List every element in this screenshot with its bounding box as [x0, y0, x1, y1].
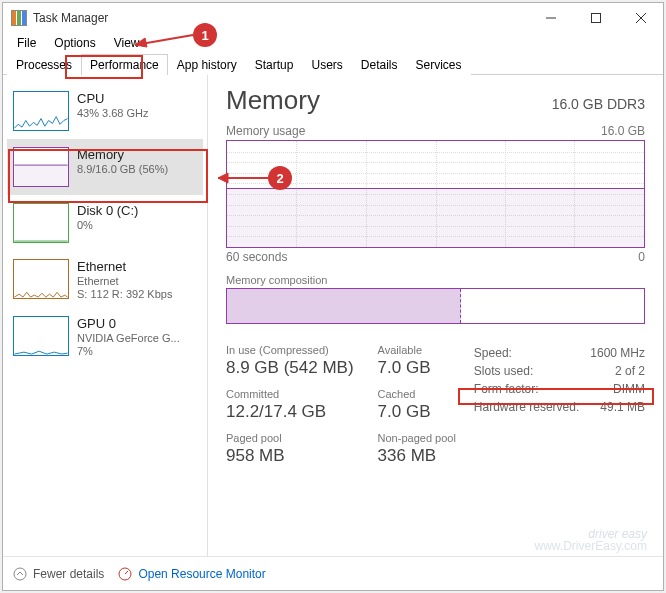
menu-view[interactable]: View — [106, 34, 148, 52]
tab-app-history[interactable]: App history — [168, 54, 246, 75]
usage-label: Memory usage — [226, 124, 305, 138]
usage-chart-section: Memory usage 16.0 GB 60 seconds 0 — [226, 124, 645, 264]
detail-spec: 16.0 GB DDR3 — [552, 96, 645, 112]
app-icon — [11, 10, 27, 26]
tab-processes[interactable]: Processes — [7, 54, 81, 75]
detail-title: Memory — [226, 85, 320, 116]
sidebar-item-memory[interactable]: Memory 8.9/16.0 GB (56%) — [7, 139, 203, 195]
sidebar-item-label: Memory — [77, 147, 168, 162]
maximize-icon — [591, 13, 601, 23]
ethernet-thumb — [13, 259, 69, 299]
tab-users[interactable]: Users — [302, 54, 351, 75]
composition-bar — [226, 288, 645, 324]
tab-services[interactable]: Services — [407, 54, 471, 75]
sidebar-item-sub: 43% 3.68 GHz — [77, 107, 149, 119]
minimize-icon — [546, 13, 556, 23]
stat-committed: Committed12.2/17.4 GB — [226, 388, 354, 422]
window-controls — [528, 3, 663, 33]
svg-rect-4 — [14, 165, 67, 186]
resource-monitor-icon — [118, 567, 132, 581]
sidebar-item-disk[interactable]: Disk 0 (C:) 0% — [7, 195, 203, 251]
sidebar-item-cpu[interactable]: CPU 43% 3.68 GHz — [7, 83, 203, 139]
memory-thumb — [13, 147, 69, 187]
menu-options[interactable]: Options — [46, 34, 103, 52]
stat-hwres: Hardware reserved:49.1 MB — [474, 398, 645, 416]
sidebar: CPU 43% 3.68 GHz Memory 8.9/16.0 GB (56%… — [3, 75, 208, 556]
composition-label: Memory composition — [226, 274, 645, 286]
time-end: 0 — [638, 250, 645, 264]
tab-details[interactable]: Details — [352, 54, 407, 75]
open-resource-monitor-label: Open Resource Monitor — [138, 567, 265, 581]
sidebar-item-sub: Ethernet — [77, 275, 172, 287]
svg-point-5 — [14, 568, 26, 580]
stats-grid: In use (Compressed)8.9 GB (542 MB) Avail… — [226, 344, 456, 466]
annotation-badge-1: 1 — [193, 23, 217, 47]
stat-cached: Cached7.0 GB — [378, 388, 456, 422]
composition-used — [227, 289, 461, 323]
window-title: Task Manager — [33, 11, 108, 25]
minimize-button[interactable] — [528, 3, 573, 33]
stat-in-use: In use (Compressed)8.9 GB (542 MB) — [226, 344, 354, 378]
sidebar-item-label: Disk 0 (C:) — [77, 203, 138, 218]
close-button[interactable] — [618, 3, 663, 33]
fewer-details-label: Fewer details — [33, 567, 104, 581]
sidebar-item-sub: NVIDIA GeForce G... — [77, 332, 180, 344]
memory-usage-chart — [226, 140, 645, 248]
stat-speed: Speed:1600 MHz — [474, 344, 645, 362]
detail-panel: Memory 16.0 GB DDR3 Memory usage 16.0 GB… — [208, 75, 663, 556]
maximize-button[interactable] — [573, 3, 618, 33]
sidebar-item-label: GPU 0 — [77, 316, 180, 331]
cpu-thumb — [13, 91, 69, 131]
stats: In use (Compressed)8.9 GB (542 MB) Avail… — [226, 344, 645, 466]
content: CPU 43% 3.68 GHz Memory 8.9/16.0 GB (56%… — [3, 75, 663, 556]
sidebar-item-sub: 0% — [77, 219, 138, 231]
tabs: Processes Performance App history Startu… — [3, 53, 663, 75]
menu-file[interactable]: File — [9, 34, 44, 52]
stat-form: Form factor:DIMM — [474, 380, 645, 398]
chevron-up-circle-icon — [13, 567, 27, 581]
stat-available: Available7.0 GB — [378, 344, 456, 378]
usage-max: 16.0 GB — [601, 124, 645, 138]
disk-thumb — [13, 203, 69, 243]
stat-paged: Paged pool958 MB — [226, 432, 354, 466]
sidebar-item-sub: 8.9/16.0 GB (56%) — [77, 163, 168, 175]
sidebar-item-label: CPU — [77, 91, 149, 106]
svg-line-7 — [125, 571, 128, 574]
stat-nonpaged: Non-paged pool336 MB — [378, 432, 456, 466]
task-manager-window: Task Manager File Options View Processes… — [2, 2, 664, 591]
titlebar: Task Manager — [3, 3, 663, 33]
time-label: 60 seconds — [226, 250, 287, 264]
svg-rect-1 — [591, 14, 600, 23]
close-icon — [636, 13, 646, 23]
sidebar-item-sub2: S: 112 R: 392 Kbps — [77, 288, 172, 300]
gpu-thumb — [13, 316, 69, 356]
sidebar-item-ethernet[interactable]: Ethernet Ethernet S: 112 R: 392 Kbps — [7, 251, 203, 308]
annotation-badge-2: 2 — [268, 166, 292, 190]
sidebar-item-gpu[interactable]: GPU 0 NVIDIA GeForce G... 7% — [7, 308, 203, 365]
sidebar-item-label: Ethernet — [77, 259, 172, 274]
menubar: File Options View — [3, 33, 663, 53]
composition-section: Memory composition — [226, 274, 645, 324]
sidebar-item-sub2: 7% — [77, 345, 180, 357]
fewer-details-button[interactable]: Fewer details — [13, 567, 104, 581]
tab-startup[interactable]: Startup — [246, 54, 303, 75]
open-resource-monitor-link[interactable]: Open Resource Monitor — [118, 567, 265, 581]
stats-right: Speed:1600 MHz Slots used:2 of 2 Form fa… — [474, 344, 645, 466]
tab-performance[interactable]: Performance — [81, 54, 168, 75]
stat-slots: Slots used:2 of 2 — [474, 362, 645, 380]
statusbar: Fewer details Open Resource Monitor — [3, 556, 663, 590]
